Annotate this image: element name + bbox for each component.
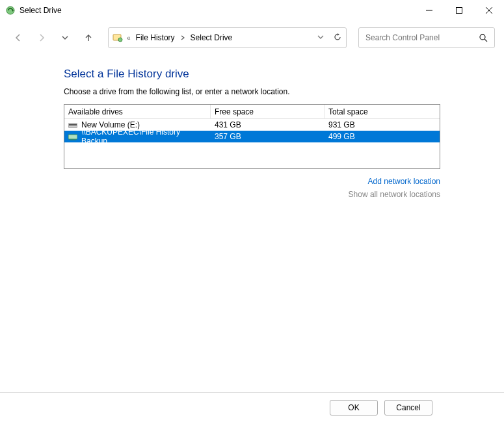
ok-button[interactable]: OK: [330, 400, 378, 415]
add-network-location-link[interactable]: Add network location: [64, 177, 440, 186]
app-icon: [5, 5, 16, 16]
show-all-network-locations-link[interactable]: Show all network locations: [64, 190, 440, 199]
column-header-name[interactable]: Available drives: [64, 105, 211, 118]
address-dropdown-icon[interactable]: [317, 33, 324, 42]
forward-button[interactable]: [33, 29, 51, 47]
svg-rect-13: [68, 135, 77, 139]
breadcrumb-item-select-drive[interactable]: Select Drive: [189, 32, 234, 44]
svg-point-9: [480, 34, 485, 40]
page-heading: Select a File History drive: [64, 68, 440, 81]
svg-line-10: [484, 39, 487, 42]
svg-marker-8: [338, 33, 339, 36]
drive-total: 499 GB: [328, 132, 355, 141]
chevron-right-icon: [180, 34, 185, 42]
maximize-button[interactable]: [444, 0, 474, 21]
up-button[interactable]: [79, 29, 98, 47]
links-area: Add network location Show all network lo…: [64, 177, 440, 199]
recent-locations-dropdown[interactable]: [56, 29, 74, 47]
breadcrumb-prefix: «: [127, 34, 131, 42]
address-bar[interactable]: « File History Select Drive: [108, 27, 347, 48]
window-controls: [414, 0, 504, 21]
svg-point-7: [118, 38, 122, 42]
svg-rect-12: [69, 124, 77, 125]
drive-free: 357 GB: [215, 132, 241, 141]
drive-table: Available drives Free space Total space …: [64, 104, 440, 169]
main-content: Select a File History drive Choose a dri…: [0, 49, 504, 199]
column-header-total[interactable]: Total space: [325, 105, 440, 118]
minimize-button[interactable]: [414, 0, 444, 21]
breadcrumb-item-file-history[interactable]: File History: [135, 32, 176, 44]
table-row[interactable]: \\BACKUPEXEC\File History Backup 357 GB …: [64, 131, 440, 142]
drive-free: 431 GB: [215, 120, 241, 129]
page-subtext: Choose a drive from the following list, …: [64, 87, 440, 96]
search-icon[interactable]: [479, 33, 488, 42]
search-input[interactable]: [365, 33, 479, 42]
control-panel-icon: [113, 33, 123, 43]
svg-rect-3: [457, 8, 462, 14]
back-button[interactable]: [9, 29, 27, 47]
drive-name: \\BACKUPEXEC\File History Backup: [81, 127, 207, 146]
search-box[interactable]: [358, 27, 495, 48]
close-button[interactable]: [474, 0, 504, 21]
refresh-icon[interactable]: [333, 33, 342, 44]
footer: OK Cancel: [0, 392, 504, 422]
window-title: Select Drive: [20, 6, 62, 15]
table-header: Available drives Free space Total space: [64, 105, 440, 119]
network-drive-icon: [68, 133, 77, 140]
navigation-bar: « File History Select Drive: [0, 26, 504, 49]
column-header-free[interactable]: Free space: [211, 105, 325, 118]
drive-total: 931 GB: [328, 120, 355, 129]
hard-drive-icon: [68, 122, 77, 128]
cancel-button[interactable]: Cancel: [384, 400, 432, 415]
